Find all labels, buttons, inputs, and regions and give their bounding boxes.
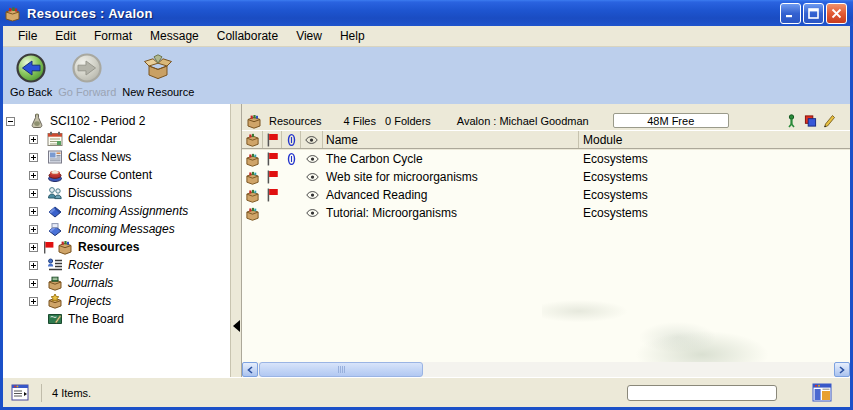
- menu-help[interactable]: Help: [331, 27, 374, 45]
- expand-icon[interactable]: [29, 207, 38, 216]
- close-button[interactable]: [826, 3, 847, 24]
- tree-item-label: Incoming Messages: [68, 222, 175, 236]
- menu-collaborate[interactable]: Collaborate: [208, 27, 287, 45]
- red-flag-icon: [266, 133, 279, 147]
- expand-icon[interactable]: [29, 243, 38, 252]
- paperclip-icon: [285, 133, 298, 147]
- list-item[interactable]: The Carbon Cycle Ecosystems: [242, 150, 850, 168]
- red-flag-icon: [266, 152, 279, 166]
- item-count: 4 Items.: [52, 387, 91, 399]
- pencil-icon[interactable]: [823, 114, 836, 128]
- column-flag[interactable]: [263, 131, 282, 148]
- red-flag-icon: [266, 170, 279, 184]
- tree-item-roster[interactable]: Roster: [3, 256, 230, 274]
- assignments-icon: [47, 203, 63, 219]
- list-view-icon[interactable]: [11, 384, 29, 401]
- tree-item-label: Class News: [68, 150, 131, 164]
- tree-item-resources[interactable]: Resources: [3, 238, 230, 256]
- tree-item-label: Roster: [68, 258, 103, 272]
- go-back-button[interactable]: Go Back: [7, 51, 55, 99]
- resource-name[interactable]: Tutorial: Microorganisms: [323, 206, 579, 220]
- board-icon: [47, 311, 63, 327]
- close-icon: [831, 8, 842, 19]
- tree-item-incoming-messages[interactable]: Incoming Messages: [3, 220, 230, 238]
- course-tree: SCI102 - Period 2 Calendar: [3, 104, 231, 377]
- main-area: SCI102 - Period 2 Calendar: [3, 104, 850, 377]
- panel-splitter[interactable]: [231, 104, 242, 377]
- tree-item-discussions[interactable]: Discussions: [3, 184, 230, 202]
- expand-icon[interactable]: [29, 135, 38, 144]
- tree-item-class-news[interactable]: Class News: [3, 148, 230, 166]
- messages-icon: [47, 221, 63, 237]
- tree-item-incoming-assignments[interactable]: Incoming Assignments: [3, 202, 230, 220]
- go-back-icon: [15, 52, 47, 84]
- horizontal-scrollbar[interactable]: [242, 362, 850, 377]
- new-resource-button[interactable]: New Resource: [119, 51, 197, 99]
- expand-icon[interactable]: [29, 279, 38, 288]
- column-attachment[interactable]: [282, 131, 301, 148]
- tree-item-journals[interactable]: Journals: [3, 274, 230, 292]
- expand-icon[interactable]: [29, 189, 38, 198]
- roster-icon: [47, 257, 63, 273]
- go-back-label: Go Back: [10, 86, 52, 98]
- resource-name[interactable]: The Carbon Cycle: [323, 152, 579, 166]
- tree-item-label: SCI102 - Period 2: [50, 114, 145, 128]
- eye-icon: [306, 206, 319, 220]
- window-panel-icon[interactable]: [812, 383, 832, 402]
- paperclip-icon: [285, 152, 298, 166]
- menu-format[interactable]: Format: [85, 27, 141, 45]
- list-item[interactable]: Web site for microorganisms Ecosystems: [242, 168, 850, 186]
- resource-box-icon: [245, 132, 260, 147]
- new-resource-icon: [142, 52, 174, 84]
- journals-icon: [47, 275, 63, 291]
- expand-icon[interactable]: [29, 225, 38, 234]
- column-module[interactable]: Module: [579, 131, 850, 148]
- tree-item-course-root[interactable]: SCI102 - Period 2: [3, 112, 230, 130]
- tree-item-label: Projects: [68, 294, 111, 308]
- expand-icon[interactable]: [29, 297, 38, 306]
- resource-box-icon: [246, 113, 262, 129]
- app-window: Resources : Avalon File Edit Format Mess…: [0, 0, 853, 410]
- menu-file[interactable]: File: [9, 27, 46, 45]
- tree-item-projects[interactable]: Projects: [3, 292, 230, 310]
- tree-item-the-board[interactable]: The Board: [3, 310, 230, 328]
- folder-count: 0 Folders: [385, 115, 431, 127]
- menu-view[interactable]: View: [287, 27, 331, 45]
- tree-item-label: Course Content: [68, 168, 152, 182]
- list-item[interactable]: Advanced Reading Ecosystems: [242, 186, 850, 204]
- background-watermark-image: [542, 300, 850, 362]
- calendar-icon: [47, 131, 63, 147]
- titlebar: Resources : Avalon: [0, 0, 853, 26]
- menu-message[interactable]: Message: [141, 27, 208, 45]
- scrollbar-thumb[interactable]: [259, 362, 423, 377]
- red-flag-icon: [43, 241, 54, 254]
- expand-icon[interactable]: [29, 261, 38, 270]
- column-name[interactable]: Name: [323, 131, 579, 148]
- resource-name[interactable]: Advanced Reading: [323, 188, 579, 202]
- resource-module: Ecosystems: [579, 188, 850, 202]
- scroll-right-button[interactable]: [834, 362, 850, 377]
- file-count: 4 Files: [344, 115, 376, 127]
- collapse-expand-icon[interactable]: [6, 117, 15, 126]
- collapse-panel-icon[interactable]: [233, 320, 240, 332]
- person-icon[interactable]: [785, 114, 798, 128]
- expand-icon[interactable]: [29, 153, 38, 162]
- resource-box-icon: [245, 170, 260, 185]
- red-flag-icon: [266, 188, 279, 202]
- tree-item-calendar[interactable]: Calendar: [3, 130, 230, 148]
- expand-icon[interactable]: [29, 171, 38, 180]
- resource-name[interactable]: Web site for microorganisms: [323, 170, 579, 184]
- scroll-left-button[interactable]: [242, 362, 258, 377]
- go-forward-button[interactable]: Go Forward: [55, 51, 119, 99]
- column-type[interactable]: [242, 131, 263, 148]
- minimize-button[interactable]: [780, 3, 801, 24]
- tree-item-course-content[interactable]: Course Content: [3, 166, 230, 184]
- layers-icon[interactable]: [804, 114, 817, 128]
- free-space-indicator: 48M Free: [613, 113, 729, 128]
- column-visibility[interactable]: [301, 131, 323, 148]
- list-item[interactable]: Tutorial: Microorganisms Ecosystems: [242, 204, 850, 222]
- maximize-button[interactable]: [803, 3, 824, 24]
- scrollbar-track[interactable]: [423, 362, 834, 377]
- eye-icon: [306, 188, 319, 202]
- menu-edit[interactable]: Edit: [46, 27, 85, 45]
